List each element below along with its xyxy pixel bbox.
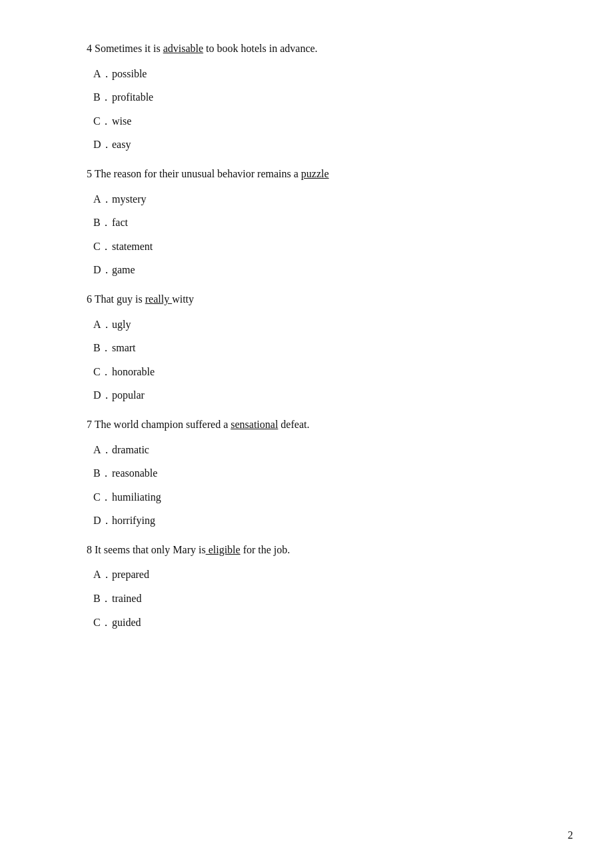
option-6c: C．honorable [87, 363, 526, 381]
main-content: 4 Sometimes it is advisable to book hote… [87, 40, 526, 631]
question-8-text: 8 It seems that only Mary is eligible fo… [87, 541, 526, 559]
question-5-keyword: puzzle [301, 168, 329, 179]
option-letter: A． [93, 65, 112, 83]
option-text: horrifying [112, 515, 155, 526]
option-text: statement [112, 241, 153, 252]
option-letter: C． [93, 489, 112, 506]
option-8c: C．guided [87, 614, 526, 631]
option-text: guided [112, 617, 141, 628]
question-4-number: 4 [87, 43, 95, 54]
option-text: humiliating [112, 491, 161, 503]
question-5-text: 5 The reason for their unusual behavior … [87, 165, 526, 183]
option-letter: C． [93, 363, 112, 381]
question-7-keyword: sensational [231, 419, 278, 430]
question-6-keyword: really [145, 293, 172, 305]
option-text: easy [112, 139, 131, 150]
question-7-after: defeat. [278, 419, 309, 430]
option-letter: D． [93, 261, 112, 279]
question-6: 6 That guy is really witty A．ugly B．smar… [87, 291, 526, 404]
option-letter: A． [93, 191, 112, 208]
option-text: prepared [112, 569, 149, 580]
option-letter: A． [93, 566, 112, 583]
option-4d: D．easy [87, 136, 526, 153]
question-4-text: 4 Sometimes it is advisable to book hote… [87, 40, 526, 57]
question-5: 5 The reason for their unusual behavior … [87, 165, 526, 279]
question-6-after: witty [172, 293, 194, 305]
option-text: wise [112, 115, 131, 127]
question-8-after: for the job. [241, 544, 291, 555]
question-4-before: Sometimes it is [95, 43, 163, 54]
option-letter: A． [93, 316, 112, 333]
question-8-before: It seems that only Mary is [95, 544, 206, 555]
question-5-number: 5 [87, 168, 95, 179]
option-text: smart [112, 342, 136, 353]
question-6-before: That guy is [95, 293, 145, 305]
option-letter: A． [93, 441, 112, 459]
option-6b: B．smart [87, 339, 526, 357]
question-5-before: The reason for their unusual behavior re… [95, 168, 301, 179]
option-letter: D． [93, 512, 112, 529]
option-8a: A．prepared [87, 566, 526, 583]
question-7-text: 7 The world champion suffered a sensatio… [87, 416, 526, 433]
option-letter: B． [93, 89, 112, 106]
option-text: mystery [112, 193, 147, 205]
question-6-text: 6 That guy is really witty [87, 291, 526, 308]
option-text: possible [112, 68, 147, 79]
page-number: 2 [568, 829, 573, 841]
option-7a: A．dramatic [87, 441, 526, 459]
option-letter: B． [93, 590, 112, 607]
question-6-number: 6 [87, 293, 95, 305]
question-4-after: to book hotels in advance. [203, 43, 318, 54]
question-8-keyword: eligible [206, 544, 241, 555]
option-4c: C．wise [87, 113, 526, 130]
option-letter: B． [93, 465, 112, 482]
option-letter: B． [93, 214, 112, 231]
option-text: honorable [112, 366, 155, 377]
question-7-number: 7 [87, 419, 95, 430]
option-5c: C．statement [87, 238, 526, 255]
option-text: profitable [112, 91, 153, 103]
option-6a: A．ugly [87, 316, 526, 333]
option-text: trained [112, 593, 141, 604]
option-text: reasonable [112, 467, 157, 479]
option-7c: C．humiliating [87, 489, 526, 506]
option-letter: C． [93, 113, 112, 130]
option-text: game [112, 264, 135, 275]
question-7-before: The world champion suffered a [95, 419, 231, 430]
option-4a: A．possible [87, 65, 526, 83]
option-letter: C． [93, 238, 112, 255]
option-5d: D．game [87, 261, 526, 279]
question-8: 8 It seems that only Mary is eligible fo… [87, 541, 526, 631]
option-text: fact [112, 217, 128, 228]
question-4: 4 Sometimes it is advisable to book hote… [87, 40, 526, 153]
option-5a: A．mystery [87, 191, 526, 208]
option-4b: B．profitable [87, 89, 526, 106]
question-8-number: 8 [87, 544, 95, 555]
option-letter: D． [93, 387, 112, 404]
option-text: dramatic [112, 444, 149, 455]
option-letter: B． [93, 339, 112, 357]
question-4-keyword: advisable [163, 43, 203, 54]
option-letter: C． [93, 614, 112, 631]
option-5b: B．fact [87, 214, 526, 231]
option-text: ugly [112, 319, 131, 330]
option-7b: B．reasonable [87, 465, 526, 482]
question-7: 7 The world champion suffered a sensatio… [87, 416, 526, 529]
option-letter: D． [93, 136, 112, 153]
option-8b: B．trained [87, 590, 526, 607]
option-6d: D．popular [87, 387, 526, 404]
option-text: popular [112, 389, 145, 401]
option-7d: D．horrifying [87, 512, 526, 529]
